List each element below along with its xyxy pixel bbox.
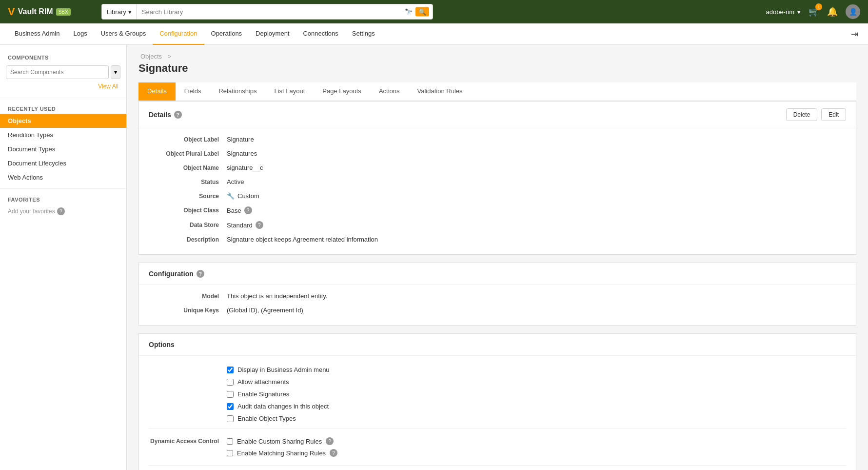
nav-exit-button[interactable]: ⇥: [849, 27, 860, 41]
sidebar-item-web-actions[interactable]: Web Actions: [0, 170, 126, 184]
user-name: adobe-rim: [766, 8, 794, 16]
detail-row-object-name: Object Name signature__c: [149, 161, 846, 175]
search-components-input[interactable]: [6, 65, 109, 79]
tab-relationships[interactable]: Relationships: [210, 82, 265, 101]
delete-button[interactable]: Delete: [786, 108, 818, 121]
binoculars-icon[interactable]: 🔭: [405, 8, 413, 16]
avatar[interactable]: 👤: [846, 4, 860, 19]
breadcrumb-parent[interactable]: Objects: [140, 53, 162, 60]
tab-fields[interactable]: Fields: [176, 82, 210, 101]
detail-label-object-label: Object Label: [149, 136, 227, 143]
logo-text: Vault RIM: [18, 7, 53, 16]
data-store-help-icon[interactable]: ?: [256, 221, 263, 229]
detail-value-object-plural-label: Signatures: [227, 150, 257, 157]
sidebar-item-document-lifecycles[interactable]: Document Lifecycles: [0, 156, 126, 170]
avatar-icon: 👤: [849, 8, 857, 16]
nav-business-admin[interactable]: Business Admin: [8, 23, 67, 45]
configuration-section-title: Configuration ?: [149, 270, 204, 278]
logo-v-icon: V: [8, 5, 15, 18]
tab-page-layouts[interactable]: Page Layouts: [314, 82, 370, 101]
options-section-header: Options: [139, 334, 856, 356]
notification-area[interactable]: 🔔: [827, 6, 838, 17]
configuration-help-icon[interactable]: ?: [197, 270, 204, 278]
options-content: Display in Business Admin menu Allow att…: [139, 356, 856, 470]
checkbox-audit-data[interactable]: [227, 403, 234, 410]
details-section-title: Details ?: [149, 111, 182, 119]
view-all-link[interactable]: View All: [0, 82, 126, 94]
favorites-add-text: Add your favorites: [8, 208, 55, 215]
detail-table: Object Label Signature Object Plural Lab…: [139, 128, 856, 254]
user-area[interactable]: adobe-rim ▾: [766, 8, 801, 16]
checkbox-label-allow-attachments: Allow attachments: [237, 378, 289, 386]
detail-label-object-plural-label: Object Plural Label: [149, 150, 227, 157]
tab-actions[interactable]: Actions: [370, 82, 409, 101]
nav-deployment[interactable]: Deployment: [249, 23, 296, 45]
tab-validation-rules[interactable]: Validation Rules: [409, 82, 472, 101]
checkbox-display-admin[interactable]: [227, 367, 234, 373]
object-class-help-icon[interactable]: ?: [244, 206, 252, 214]
matching-sharing-help-icon[interactable]: ?: [330, 449, 337, 457]
main-nav: Business Admin Logs Users & Groups Confi…: [0, 23, 868, 45]
nav-users-groups[interactable]: Users & Groups: [94, 23, 153, 45]
config-value-unique-keys: (Global ID), (Agreement Id): [227, 307, 303, 314]
favorites-help-icon[interactable]: ?: [57, 207, 65, 215]
detail-value-object-class: Base ?: [227, 206, 252, 214]
nav-settings[interactable]: Settings: [345, 23, 382, 45]
search-components-button[interactable]: ▾: [111, 65, 120, 79]
nav-operations[interactable]: Operations: [204, 23, 249, 45]
checkbox-allow-attachments[interactable]: [227, 379, 234, 386]
breadcrumb-separator: >: [168, 53, 172, 60]
top-right: adobe-rim ▾ 🛒 1 🔔 👤: [766, 4, 860, 19]
dyn-checkbox-row-custom-sharing: Enable Custom Sharing Rules ?: [227, 435, 337, 447]
custom-sharing-help-icon[interactable]: ?: [326, 437, 334, 445]
content-inner: Objects > Signature Details Fields Relat…: [127, 45, 868, 470]
edit-button[interactable]: Edit: [821, 108, 846, 121]
tab-list-layout[interactable]: List Layout: [265, 82, 314, 101]
detail-row-status: Status Active: [149, 175, 846, 189]
checkbox-label-audit-data: Audit data changes in this object: [237, 403, 329, 410]
options-card: Options Display in Business Admin menu A…: [138, 333, 856, 470]
cart-badge: 1: [815, 3, 822, 10]
checkbox-enable-object-types[interactable]: [227, 415, 234, 422]
details-help-icon[interactable]: ?: [174, 111, 182, 119]
dynamic-access-label: Dynamic Access Control: [149, 435, 227, 445]
checkbox-label-enable-signatures: Enable Signatures: [237, 390, 289, 398]
search-scope-label: Library: [107, 8, 126, 16]
logo-sbx-badge: SBX: [56, 8, 71, 16]
detail-row-data-store: Data Store Standard ?: [149, 218, 846, 232]
tab-details[interactable]: Details: [138, 82, 176, 101]
sidebar-item-objects[interactable]: Objects: [0, 114, 126, 128]
sidebar-item-rendition-types[interactable]: Rendition Types: [0, 128, 126, 142]
sidebar-item-document-types[interactable]: Document Types: [0, 142, 126, 156]
nav-configuration[interactable]: Configuration: [153, 23, 204, 45]
dynamic-access-row: Dynamic Access Control Enable Custom Sha…: [149, 433, 846, 461]
object-class-text: Base: [227, 207, 241, 214]
dyn-checkbox-row-matching-sharing: Enable Matching Sharing Rules ?: [227, 447, 337, 459]
nav-logs[interactable]: Logs: [67, 23, 94, 45]
details-card: Details ? Delete Edit Object Label Signa…: [138, 101, 856, 255]
source-wrench-icon: 🔧: [227, 192, 235, 200]
checkbox-label-matching-sharing: Enable Matching Sharing Rules: [237, 450, 326, 457]
detail-value-status: Active: [227, 178, 244, 185]
search-area: Library ▾ 🔭 🔍: [101, 4, 433, 20]
checkbox-row-allow-attachments: Allow attachments: [227, 376, 846, 388]
detail-row-object-class: Object Class Base ?: [149, 203, 846, 218]
search-input[interactable]: [137, 4, 433, 20]
detail-row-object-plural-label: Object Plural Label Signatures: [149, 146, 846, 161]
bell-icon: 🔔: [827, 7, 838, 17]
configuration-title-text: Configuration: [149, 270, 194, 278]
nav-connections[interactable]: Connections: [296, 23, 345, 45]
checkbox-enable-signatures[interactable]: [227, 391, 234, 398]
checkbox-custom-sharing[interactable]: [227, 438, 233, 445]
checkbox-matching-sharing[interactable]: [227, 450, 233, 456]
config-label-model: Model: [149, 292, 227, 300]
favorites-add: Add your favorites ?: [0, 204, 126, 218]
search-scope-select[interactable]: Library ▾: [101, 4, 137, 20]
checkbox-label-custom-sharing: Enable Custom Sharing Rules: [237, 438, 322, 445]
cart-area[interactable]: 🛒 1: [809, 6, 819, 17]
options-divider: [149, 429, 846, 429]
search-submit-icon[interactable]: 🔍: [415, 7, 429, 17]
checkbox-label-display-admin: Display in Business Admin menu: [237, 366, 330, 373]
data-store-text: Standard: [227, 222, 253, 229]
detail-value-source: 🔧 Custom: [227, 192, 259, 200]
